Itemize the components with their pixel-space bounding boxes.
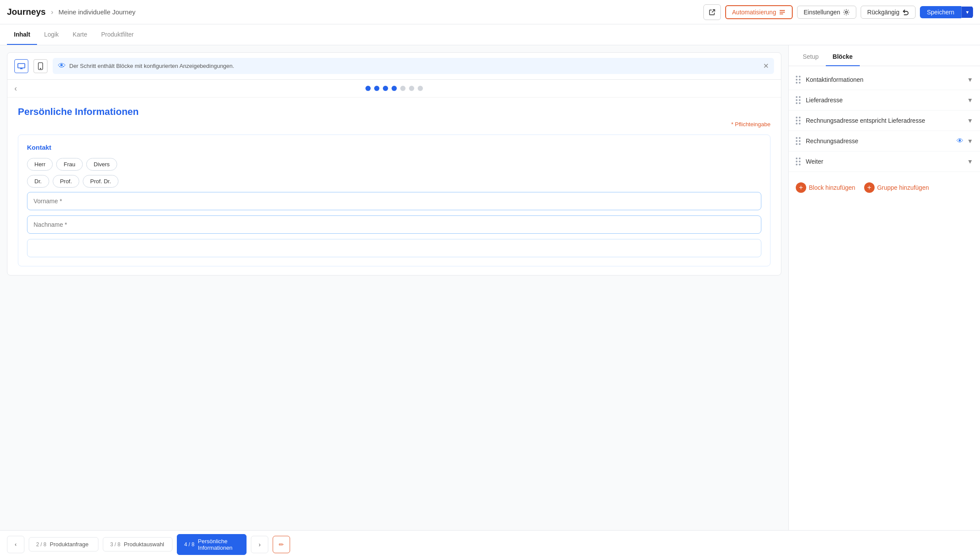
block-name-weiter: Weiter	[806, 158, 967, 165]
close-info-button[interactable]: ✕	[763, 62, 769, 70]
speichern-button[interactable]: Speichern	[920, 6, 961, 18]
block-chevron[interactable]: ▼	[967, 158, 973, 165]
canvas: 👁 Der Schritt enthält Blöcke mit konfigu…	[7, 52, 781, 276]
salutation-divers[interactable]: Divers	[86, 158, 117, 171]
salutation-row-2: Dr. Prof. Prof. Dr.	[27, 175, 761, 188]
svg-rect-4	[18, 64, 25, 68]
left-panel: 👁 Der Schritt enthält Blöcke mit konfigu…	[0, 45, 788, 558]
einstellungen-label: Einstellungen	[804, 9, 840, 16]
add-buttons: + Block hinzufügen + Gruppe hinzufügen	[789, 175, 980, 200]
right-panel: Setup Blöcke Kontaktinformationen ▼	[788, 45, 980, 558]
external-link-button[interactable]	[703, 4, 721, 20]
salutation-herr[interactable]: Herr	[27, 158, 53, 171]
page-dot-3[interactable]	[383, 86, 388, 91]
page-dot-1[interactable]	[365, 86, 371, 91]
block-name-lieferadresse: Lieferadresse	[806, 97, 967, 104]
block-chevron[interactable]: ▼	[967, 76, 973, 83]
right-tab-bloecke[interactable]: Blöcke	[826, 48, 860, 66]
drag-handle[interactable]	[796, 76, 801, 84]
nachname-input[interactable]	[27, 215, 761, 234]
breadcrumb-separator: ›	[51, 8, 53, 16]
prev-step-button[interactable]: ‹	[7, 536, 24, 553]
step-4-name: Persönliche Informationen	[198, 538, 233, 551]
vorname-input[interactable]	[27, 192, 761, 210]
block-name-rechnungsadresse: Rechnungsadresse	[806, 138, 956, 145]
blocks-list: Kontaktinformationen ▼ Lieferadresse ▼	[789, 66, 980, 175]
salutation-prof-dr[interactable]: Prof. Dr.	[83, 175, 118, 188]
block-chevron[interactable]: ▼	[967, 138, 973, 145]
mobile-device-button[interactable]	[34, 59, 47, 73]
add-block-button[interactable]: + Block hinzufügen	[796, 182, 855, 193]
section-title: Persönliche Informationen	[18, 106, 770, 118]
tab-logik[interactable]: Logik	[37, 25, 65, 45]
canvas-toolbar: 👁 Der Schritt enthält Blöcke mit konfigu…	[7, 53, 781, 80]
block-item-weiter: Weiter ▼	[789, 151, 980, 172]
gear-icon	[843, 9, 850, 16]
salutation-prof[interactable]: Prof.	[53, 175, 79, 188]
brand-logo: Journeys	[7, 7, 46, 17]
eye-visible-icon[interactable]: 👁	[956, 137, 963, 145]
undo-icon	[902, 9, 909, 16]
block-actions: ▼	[967, 97, 973, 104]
rueckgaengig-label: Rückgängig	[867, 9, 899, 16]
desktop-device-button[interactable]	[14, 59, 28, 73]
step-button-3[interactable]: 3 / 8 Produktauswahl	[103, 537, 172, 551]
add-block-label: Block hinzufügen	[809, 184, 855, 191]
step-4-num: 4 / 8	[184, 541, 194, 548]
svg-point-3	[845, 11, 848, 13]
salutation-frau[interactable]: Frau	[56, 158, 83, 171]
block-actions: ▼	[967, 117, 973, 124]
page-dot-5[interactable]	[400, 86, 406, 91]
edit-step-button[interactable]: ✏	[273, 536, 290, 553]
header: Journeys › Meine individuelle Journey Au…	[0, 0, 980, 24]
desktop-icon	[17, 63, 25, 69]
bottom-bar: ‹ 2 / 8 Produktanfrage 3 / 8 Produktausw…	[0, 530, 980, 558]
prev-page-button[interactable]: ‹	[14, 84, 17, 93]
salutation-row-1: Herr Frau Divers	[27, 158, 761, 171]
einstellungen-button[interactable]: Einstellungen	[797, 6, 856, 19]
block-chevron[interactable]: ▼	[967, 97, 973, 104]
pagination-row: ‹	[7, 80, 781, 97]
speichern-button-group: Speichern ▾	[920, 6, 973, 18]
main-layout: 👁 Der Schritt enthält Blöcke mit konfigu…	[0, 45, 980, 558]
page-dot-6[interactable]	[409, 86, 414, 91]
page-dot-7[interactable]	[418, 86, 423, 91]
breadcrumb: Meine individuelle Journey	[58, 8, 135, 16]
drag-handle[interactable]	[796, 117, 801, 124]
block-item-rechnungsadresse: Rechnungsadresse 👁 ▼	[789, 131, 980, 151]
step-2-num: 2 / 8	[36, 541, 46, 548]
tab-karte[interactable]: Karte	[66, 25, 94, 45]
rueckgaengig-button[interactable]: Rückgängig	[861, 6, 916, 19]
automatisierung-button[interactable]: Automatisierung	[725, 5, 793, 19]
add-group-icon: +	[864, 182, 875, 193]
next-step-button[interactable]: ›	[251, 536, 268, 553]
drag-handle[interactable]	[796, 137, 801, 145]
block-chevron[interactable]: ▼	[967, 117, 973, 124]
block-item-kontaktinformationen: Kontaktinformationen ▼	[789, 70, 980, 90]
drag-handle[interactable]	[796, 158, 801, 165]
tab-produktfilter[interactable]: Produktfilter	[94, 25, 141, 45]
add-block-icon: +	[796, 182, 806, 193]
eye-icon: 👁	[58, 61, 66, 71]
right-tab-setup[interactable]: Setup	[796, 48, 826, 66]
header-left: Journeys › Meine individuelle Journey	[7, 7, 703, 17]
tab-inhalt[interactable]: Inhalt	[7, 25, 37, 45]
page-dot-2[interactable]	[374, 86, 379, 91]
speichern-dropdown-button[interactable]: ▾	[961, 7, 973, 18]
add-group-button[interactable]: + Gruppe hinzufügen	[864, 182, 929, 193]
info-bar: 👁 Der Schritt enthält Blöcke mit konfigu…	[53, 58, 774, 74]
extra-input[interactable]	[27, 239, 761, 257]
svg-point-6	[40, 68, 41, 69]
step-button-2[interactable]: 2 / 8 Produktanfrage	[29, 537, 98, 551]
automatisierung-label: Automatisierung	[732, 9, 776, 16]
drag-handle[interactable]	[796, 96, 801, 104]
menu-lines-icon	[779, 9, 786, 15]
canvas-scroll-area: Persönliche Informationen * Pflichteinga…	[7, 97, 781, 275]
page-dot-4[interactable]	[392, 86, 397, 91]
add-group-label: Gruppe hinzufügen	[877, 184, 929, 191]
form-card-title: Kontakt	[27, 144, 761, 151]
salutation-dr[interactable]: Dr.	[27, 175, 49, 188]
step-button-4[interactable]: 4 / 8 Persönliche Informationen	[177, 534, 247, 555]
step-2-name: Produktanfrage	[50, 541, 88, 548]
step-3-num: 3 / 8	[110, 541, 120, 548]
